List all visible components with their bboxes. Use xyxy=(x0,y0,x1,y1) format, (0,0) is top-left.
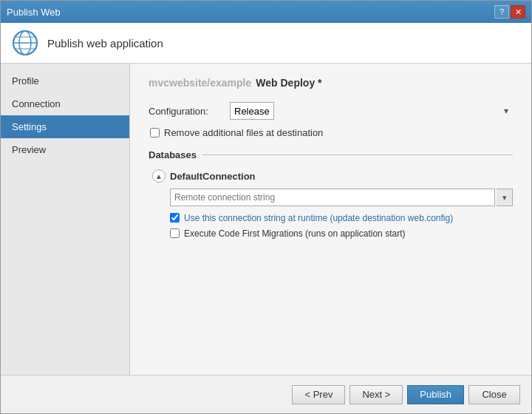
databases-section-title: Databases xyxy=(149,149,197,160)
help-button[interactable]: ? xyxy=(494,5,509,18)
remove-files-row: Remove additional files at destination xyxy=(150,127,513,138)
divider-line xyxy=(202,155,513,155)
header-area: Publish web application xyxy=(1,23,531,64)
connection-string-dropdown-button[interactable]: ▾ xyxy=(497,189,513,206)
configuration-row: Configuration: Debug Release xyxy=(149,102,513,120)
dialog-title: Publish Web xyxy=(7,7,61,18)
footer: < Prev Next > Publish Close xyxy=(1,375,531,413)
next-button[interactable]: Next > xyxy=(349,385,403,404)
sidebar-item-settings[interactable]: Settings xyxy=(1,115,129,138)
db-section: ▲ DefaultConnection ▾ Use this xyxy=(152,169,513,239)
configuration-select-wrapper: Debug Release xyxy=(230,102,513,120)
remove-files-checkbox[interactable] xyxy=(150,128,160,138)
remove-files-label[interactable]: Remove additional files at destination xyxy=(164,127,323,138)
databases-section-divider: Databases xyxy=(149,149,513,160)
use-connection-string-label[interactable]: Use this connection string at runtime (u… xyxy=(184,212,453,223)
execute-migrations-label[interactable]: Execute Code First Migrations (runs on a… xyxy=(184,228,405,239)
title-bar: Publish Web ? ✕ xyxy=(1,1,531,23)
close-button[interactable]: Close xyxy=(468,385,520,404)
connection-string-row: ▾ xyxy=(170,189,513,206)
use-connection-string-checkbox[interactable] xyxy=(170,213,180,223)
db-item-header: ▲ DefaultConnection xyxy=(152,169,513,183)
connection-string-input[interactable] xyxy=(170,189,495,206)
execute-migrations-row: Execute Code First Migrations (runs on a… xyxy=(170,228,513,239)
execute-migrations-checkbox[interactable] xyxy=(170,228,180,238)
connection-btn-wrapper: ▾ xyxy=(497,189,513,206)
sidebar-item-profile[interactable]: Profile xyxy=(1,69,129,92)
execute-migrations-label-text: Execute Code First Migrations (runs on a… xyxy=(184,228,405,239)
deploy-title: mvcwebsite/example Web Deploy * xyxy=(149,77,513,89)
title-bar-buttons: ? ✕ xyxy=(494,5,525,18)
deploy-name: mvcwebsite/example xyxy=(149,77,251,89)
prev-button[interactable]: < Prev xyxy=(292,385,345,404)
publish-button[interactable]: Publish xyxy=(407,385,464,404)
collapse-button[interactable]: ▲ xyxy=(152,169,166,183)
deploy-type: Web Deploy * xyxy=(256,77,321,89)
sidebar-item-preview[interactable]: Preview xyxy=(1,138,129,161)
publish-web-dialog: Publish Web ? ✕ Publish web application … xyxy=(0,0,532,414)
dialog-close-button[interactable]: ✕ xyxy=(511,5,525,18)
main-content: mvcwebsite/example Web Deploy * Configur… xyxy=(130,64,531,375)
header-title: Publish web application xyxy=(47,37,163,50)
content-area: Profile Connection Settings Preview mvcw… xyxy=(1,64,531,375)
configuration-label: Configuration: xyxy=(149,106,230,117)
configuration-select[interactable]: Debug Release xyxy=(230,102,274,120)
sidebar: Profile Connection Settings Preview xyxy=(1,64,130,375)
sidebar-item-connection[interactable]: Connection xyxy=(1,92,129,115)
db-connection-name: DefaultConnection xyxy=(170,171,256,182)
globe-icon xyxy=(12,30,38,56)
use-connection-string-row: Use this connection string at runtime (u… xyxy=(170,212,513,223)
use-connection-string-label-text: Use this connection string at runtime (u… xyxy=(184,213,453,223)
connection-input-wrapper xyxy=(170,189,495,206)
